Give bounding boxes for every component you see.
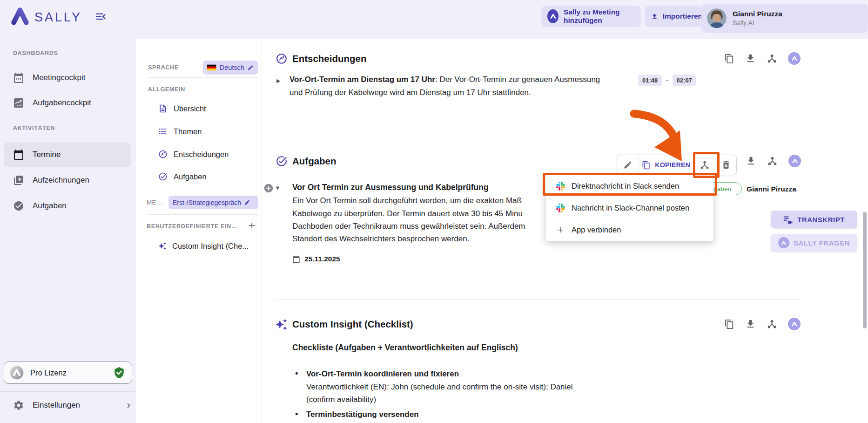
section-divider	[275, 134, 801, 134]
import-button[interactable]: Importieren	[645, 6, 702, 27]
calendar-icon	[292, 255, 300, 263]
sparkles-icon	[275, 318, 288, 331]
insight-subtitle: Checkliste (Aufgaben + Verantwortlichkei…	[292, 343, 518, 353]
user-subtitle: Sally AI	[733, 19, 782, 27]
sidebar-item-meetingcockpit[interactable]: Meetingcockpit	[13, 68, 85, 87]
sidebar-item-label: Aufzeichnungen	[33, 176, 89, 185]
calendar-dots-icon	[13, 72, 24, 83]
sidebar-item-label: Einstellungen	[33, 401, 80, 410]
sparkles-icon	[158, 242, 167, 250]
decision-item-line1: Vor-Ort-Termin am Dienstag um 17 Uhr: De…	[289, 75, 600, 84]
expand-chevron-icon[interactable]: ▶	[276, 78, 280, 84]
meeting-sub-sidebar	[135, 39, 262, 423]
bullet-line: Verantwortlichkeit (EN): John (schedule …	[306, 382, 573, 392]
download-icon[interactable]	[745, 319, 756, 329]
sub-sidebar-divider	[262, 39, 262, 423]
integrations-hub-icon[interactable]	[767, 53, 777, 64]
add-custom-insight-button[interactable]: +	[249, 219, 255, 232]
collapse-chevron-icon[interactable]: ▼	[275, 184, 281, 191]
copy-icon[interactable]	[724, 319, 734, 329]
sidebar-item-label: Aufgaben	[33, 201, 67, 211]
ask-sally-icon[interactable]	[788, 155, 801, 167]
ask-sally-icon[interactable]	[788, 52, 801, 65]
brand-name: SALLY	[34, 10, 82, 25]
timestamp-end[interactable]: 02:07	[673, 75, 696, 86]
due-date-row: 25.11.2025	[292, 255, 340, 263]
german-flag-icon	[207, 64, 216, 71]
sub-item-custom-insight[interactable]: Custom Insight (Che...	[158, 240, 249, 252]
transcript-icon	[783, 215, 793, 225]
ask-sally-button[interactable]: SALLY FRAGEN	[771, 234, 857, 252]
sub-item-aufgaben[interactable]: Aufgaben	[158, 171, 207, 183]
sub-item-label: Custom Insight (Che...	[172, 242, 249, 251]
custom-insights-label: BENUTZERDEFINIERTE EIN…	[147, 223, 237, 230]
sub-item-uebersicht[interactable]: Übersicht	[158, 102, 206, 115]
chevron-right-icon: ›	[127, 399, 130, 411]
sidebar-item-label: Termine	[33, 150, 61, 159]
trash-icon	[721, 160, 731, 170]
divider	[148, 77, 258, 78]
edit-pencil-icon[interactable]	[248, 64, 254, 71]
meeting-type-chip[interactable]: Erst-/Strategiegespräch	[168, 196, 258, 209]
add-sally-to-meeting-button[interactable]: Sally zu Meeting hinzufügen	[541, 6, 641, 27]
menu-item-slack-channel[interactable]: Nachricht in Slack-Channel posten	[546, 197, 713, 219]
integrations-hub-icon[interactable]	[767, 156, 778, 166]
meeting-type-value: Erst-/Strategiegespräch	[173, 199, 241, 206]
decision-item-title: Vor-Ort-Termin am Dienstag um 17 Uhr	[289, 75, 435, 84]
avatar	[707, 8, 727, 28]
sub-item-entscheidungen[interactable]: Entscheidungen	[158, 148, 229, 160]
sub-item-label: Aufgaben	[174, 172, 207, 181]
download-icon[interactable]	[745, 53, 756, 64]
scrollbar-thumb[interactable]	[863, 212, 867, 328]
sally-icon	[778, 237, 789, 248]
sally-logo-icon	[9, 5, 31, 27]
ask-sally-icon[interactable]	[788, 318, 801, 330]
sub-item-label: Übersicht	[174, 104, 206, 113]
sidebar-item-label: Aufgabencockpit	[33, 98, 91, 108]
edit-pencil-icon[interactable]	[244, 199, 250, 205]
ask-sally-label: SALLY FRAGEN	[794, 239, 850, 247]
due-date: 25.11.2025	[304, 255, 340, 263]
compass-icon	[276, 53, 288, 65]
sidebar-item-einstellungen[interactable]: Einstellungen ›	[13, 396, 125, 415]
sidebar-item-aufzeichnungen[interactable]: Aufzeichnungen	[13, 171, 89, 190]
add-task-icon[interactable]	[263, 183, 274, 193]
sub-item-label: Themen	[174, 127, 202, 136]
user-menu[interactable]: Gianni Piruzza Sally AI	[701, 4, 868, 33]
sidebar-footer-divider	[0, 391, 135, 392]
bullet-dot: •	[295, 409, 298, 419]
slack-icon	[556, 204, 565, 212]
bullet-line: (confirm availability)	[306, 395, 376, 404]
divider	[148, 189, 258, 189]
sub-item-label: Entscheidungen	[174, 150, 229, 159]
user-name: Gianni Piruzza	[733, 10, 782, 18]
sidebar-item-aufgaben[interactable]: Aufgaben	[13, 197, 67, 215]
app-window: SALLY DASHBOARDS Meetingcockpit Aufgaben…	[0, 0, 868, 423]
shield-check-icon	[113, 367, 125, 379]
task-title: Vor Ort Termin zur Ausmessung und Kabelp…	[292, 183, 489, 192]
copy-icon[interactable]	[724, 54, 734, 64]
sidebar-item-termine[interactable]: Termine	[13, 145, 61, 164]
sidebar-item-aufgabencockpit[interactable]: Aufgabencockpit	[13, 94, 91, 112]
transcript-button[interactable]: TRANSKRIPT	[771, 211, 857, 228]
collapse-sidebar-icon[interactable]	[94, 10, 107, 23]
language-chip[interactable]: Deutsch	[203, 61, 258, 75]
sidebar-item-label: Meetingcockpit	[33, 73, 85, 82]
sally-icon	[547, 9, 558, 23]
timestamp-separator: -	[666, 77, 668, 84]
general-label: ALLGEMEIN	[148, 86, 185, 93]
license-badge[interactable]: Pro Lizenz	[4, 362, 132, 384]
dashboards-section-label: DASHBOARDS	[13, 50, 58, 56]
download-icon[interactable]	[746, 156, 756, 166]
sally-badge-icon	[9, 365, 25, 381]
meeting-type-label: ME…	[147, 199, 162, 206]
menu-item-connect-app[interactable]: + App verbinden	[546, 219, 713, 241]
task-body-line: Ein Vor Ort Termin soll durchgeführt wer…	[292, 196, 522, 205]
insight-section-title: Custom Insight (Checklist)	[292, 319, 413, 330]
task-assignee: Gianni Piruzza	[747, 185, 796, 193]
sub-item-themen[interactable]: Themen	[158, 125, 202, 137]
plus-icon: +	[556, 225, 565, 234]
decision-item-line2: und Prüfung der Kabelwege wird am Dienst…	[289, 88, 531, 97]
integrations-hub-icon[interactable]	[767, 319, 777, 329]
timestamp-start[interactable]: 01:48	[638, 75, 662, 86]
